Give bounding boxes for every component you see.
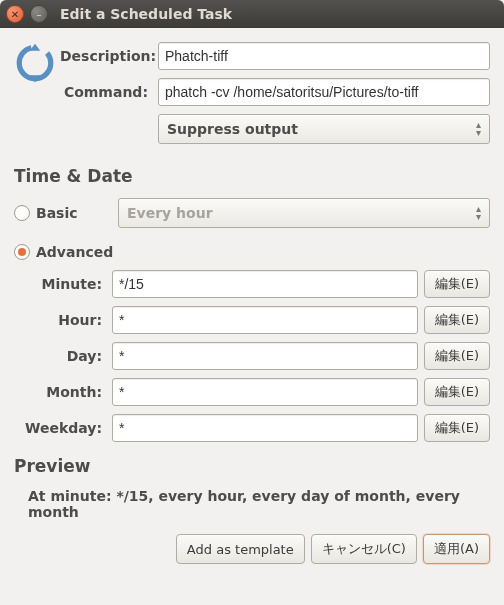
- month-input[interactable]: [112, 378, 418, 406]
- output-select[interactable]: Suppress output ▴▾: [158, 114, 490, 144]
- weekday-edit-button[interactable]: 編集(E): [424, 414, 490, 442]
- output-select-value: Suppress output: [167, 121, 298, 137]
- weekday-label: Weekday:: [14, 420, 112, 436]
- chevron-updown-icon: ▴▾: [476, 121, 481, 137]
- svg-marker-1: [30, 44, 41, 51]
- cancel-button[interactable]: キャンセル(C): [311, 534, 417, 564]
- month-edit-button[interactable]: 編集(E): [424, 378, 490, 406]
- basic-radio-label: Basic: [36, 205, 118, 221]
- preview-text: At minute: */15, every hour, every day o…: [28, 488, 490, 520]
- time-date-heading: Time & Date: [14, 166, 490, 186]
- description-label: Description:: [60, 48, 158, 64]
- description-input[interactable]: [158, 42, 490, 70]
- dialog-content: Description: Command: Suppress output ▴▾…: [0, 28, 504, 574]
- add-template-button[interactable]: Add as template: [176, 534, 305, 564]
- hour-input[interactable]: [112, 306, 418, 334]
- close-icon[interactable]: ✕: [6, 5, 24, 23]
- svg-point-0: [19, 47, 51, 79]
- advanced-radio[interactable]: [14, 244, 30, 260]
- basic-interval-select: Every hour ▴▾: [118, 198, 490, 228]
- day-input[interactable]: [112, 342, 418, 370]
- weekday-input[interactable]: [112, 414, 418, 442]
- hour-edit-button[interactable]: 編集(E): [424, 306, 490, 334]
- command-input[interactable]: [158, 78, 490, 106]
- titlebar: ✕ – Edit a Scheduled Task: [0, 0, 504, 28]
- command-label: Command:: [60, 84, 158, 100]
- advanced-radio-label: Advanced: [36, 244, 118, 260]
- chevron-updown-icon: ▴▾: [476, 205, 481, 221]
- scheduled-task-icon: [14, 42, 56, 84]
- basic-radio[interactable]: [14, 205, 30, 221]
- day-edit-button[interactable]: 編集(E): [424, 342, 490, 370]
- hour-label: Hour:: [14, 312, 112, 328]
- minute-label: Minute:: [14, 276, 112, 292]
- day-label: Day:: [14, 348, 112, 364]
- minimize-icon[interactable]: –: [30, 5, 48, 23]
- apply-button[interactable]: 適用(A): [423, 534, 490, 564]
- preview-heading: Preview: [14, 456, 490, 476]
- window-title: Edit a Scheduled Task: [60, 6, 232, 22]
- basic-interval-value: Every hour: [127, 205, 213, 221]
- minute-input[interactable]: [112, 270, 418, 298]
- month-label: Month:: [14, 384, 112, 400]
- minute-edit-button[interactable]: 編集(E): [424, 270, 490, 298]
- dialog-footer: Add as template キャンセル(C) 適用(A): [14, 534, 490, 564]
